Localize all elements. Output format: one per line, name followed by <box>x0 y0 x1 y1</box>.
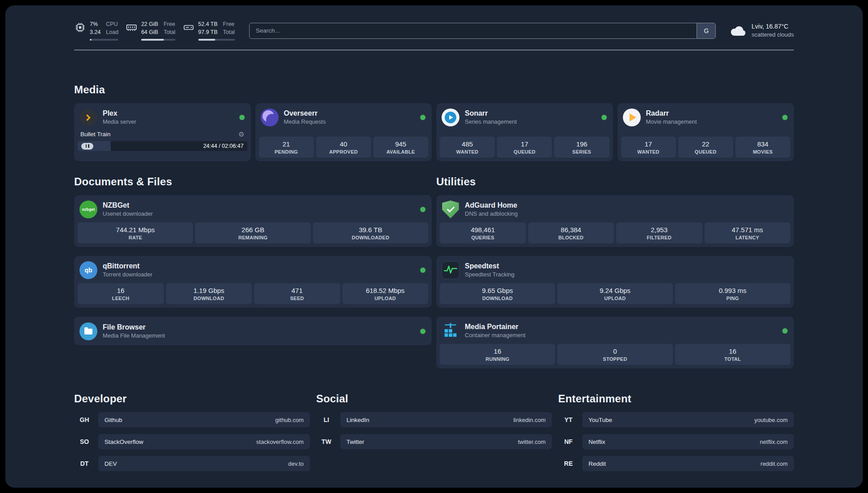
stat-wanted: 17 WANTED <box>621 137 676 158</box>
ram-total-label: Total <box>163 29 175 37</box>
service-name: NZBGet <box>103 201 153 210</box>
bookmark-reddit[interactable]: Reddit reddit.com <box>582 456 794 471</box>
stat-approved: 40 APPROVED <box>316 137 371 158</box>
service-subtitle: Speedtest Tracking <box>465 271 514 279</box>
service-subtitle: DNS and adblocking <box>465 210 518 218</box>
card-nzbget[interactable]: nzbget NZBGet Usenet downloader 744.21 M… <box>74 195 432 247</box>
playback-time: 24:44 / 02:06:47 <box>203 143 243 149</box>
card-overseerr[interactable]: Overseerr Media Requests 21 PENDING 40 A… <box>255 103 432 161</box>
speedtest-icon <box>442 261 459 279</box>
bookmark-abbr: YT <box>558 416 579 423</box>
bookmark-github[interactable]: Github github.com <box>98 412 310 427</box>
bookmark-abbr: RE <box>558 460 579 467</box>
stat-download: 9.65 Gbps DOWNLOAD <box>440 283 555 304</box>
service-subtitle: Movie management <box>646 118 697 126</box>
bookmarks-developer: Developer GH Github github.com SO StackO… <box>74 393 310 478</box>
cpu-load-value: 3.24 <box>90 29 100 37</box>
weather-condition: scattered clouds <box>751 31 794 39</box>
section-title-utilities: Utilities <box>436 175 794 188</box>
stat-downloaded: 39.6 TB DOWNLOADED <box>313 222 428 243</box>
status-indicator <box>239 115 245 120</box>
plex-icon <box>79 109 97 126</box>
section-title-developer: Developer <box>74 393 310 405</box>
documents-column: Documents & Files nzbget NZBGet Usenet d… <box>74 175 432 368</box>
cpu-load-label: Load <box>106 29 118 37</box>
stat-download: 1.19 Gbps DOWNLOAD <box>166 283 252 304</box>
bookmark-row: LI LinkedIn linkedin.com <box>316 412 552 427</box>
bookmark-linkedin[interactable]: LinkedIn linkedin.com <box>340 412 552 427</box>
weather-widget[interactable]: Lviv, 16.87°C scattered clouds <box>728 22 794 38</box>
card-portainer[interactable]: Media Portainer Container management 16 … <box>436 317 794 368</box>
status-indicator <box>601 115 607 120</box>
bookmark-stackoverflow[interactable]: StackOverflow stackoverflow.com <box>98 434 310 449</box>
bookmark-youtube[interactable]: YouTube youtube.com <box>582 412 794 427</box>
card-sonarr[interactable]: Sonarr Series management 485 WANTED 17 Q… <box>436 103 613 161</box>
bookmark-abbr: DT <box>74 460 95 467</box>
card-plex[interactable]: Plex Media server Bullet Train ⚙ 24:44 /… <box>74 103 251 161</box>
app-frame: 7% 3.24 CPU Load 22 GiB <box>0 0 868 493</box>
stat-queued: 17 QUEUED <box>497 137 552 158</box>
sonarr-icon <box>442 109 459 126</box>
filebrowser-icon <box>79 322 97 340</box>
cloud-icon <box>728 24 747 37</box>
status-indicator <box>420 207 426 212</box>
card-speedtest[interactable]: Speedtest Speedtest Tracking 9.65 Gbps D… <box>436 256 794 308</box>
stat-seed: 471 SEED <box>254 283 340 304</box>
status-indicator <box>782 328 788 334</box>
service-name: qBittorrent <box>103 262 152 271</box>
bookmark-row: TW Twitter twitter.com <box>316 434 552 449</box>
disk-icon <box>183 21 195 33</box>
stat-total: 16 TOTAL <box>675 344 790 365</box>
service-name: Overseerr <box>284 109 326 118</box>
disk-total-label: Total <box>223 29 234 37</box>
media-grid: Plex Media server Bullet Train ⚙ 24:44 /… <box>74 103 794 161</box>
stat-ping: 0.993 ms PING <box>675 283 790 304</box>
bookmark-netflix[interactable]: Netflix netflix.com <box>582 434 794 449</box>
bookmark-abbr: TW <box>316 438 337 445</box>
cpu-usage-bar <box>90 39 118 41</box>
card-filebrowser[interactable]: File Browser Media File Management <box>74 317 432 345</box>
card-radarr[interactable]: Radarr Movie management 17 WANTED 22 QUE… <box>618 103 794 161</box>
stat-available: 945 AVAILABLE <box>373 137 428 158</box>
portainer-icon <box>442 322 459 340</box>
cpu-label: CPU <box>106 21 118 29</box>
service-name: Radarr <box>646 109 697 118</box>
stat-blocked: 86,384 BLOCKED <box>528 222 614 243</box>
playback-progress-bar: 24:44 / 02:06:47 <box>78 141 247 151</box>
section-title-media: Media <box>74 84 794 96</box>
cpu-widget: 7% 3.24 CPU Load <box>74 21 118 41</box>
service-name: Sonarr <box>465 109 517 118</box>
card-adguard[interactable]: AdGuard Home DNS and adblocking 498,461 … <box>436 195 794 247</box>
service-name: Plex <box>103 109 136 118</box>
bookmark-abbr: NF <box>558 438 579 445</box>
ram-usage-bar <box>141 39 175 41</box>
service-subtitle: Media File Management <box>103 332 165 340</box>
bookmark-dev[interactable]: DEV dev.to <box>98 456 310 471</box>
pause-button[interactable] <box>81 143 93 150</box>
bookmark-row: DT DEV dev.to <box>74 456 310 471</box>
stat-series: 196 SERIES <box>554 137 609 158</box>
topbar-divider <box>74 50 794 50</box>
disk-widget: 52.4 TB 97.9 TB Free Total <box>183 21 235 41</box>
bookmark-twitter[interactable]: Twitter twitter.com <box>340 434 552 449</box>
bookmark-row: NF Netflix netflix.com <box>558 434 794 449</box>
gear-icon[interactable]: ⚙ <box>238 131 244 138</box>
stat-latency: 47.571 ms LATENCY <box>705 222 791 243</box>
section-title-documents: Documents & Files <box>74 175 432 188</box>
now-playing-title: Bullet Train <box>80 131 111 138</box>
ram-free-label: Free <box>163 21 175 29</box>
stat-movies: 834 MOVIES <box>735 137 790 158</box>
bookmark-row: YT YouTube youtube.com <box>558 412 794 427</box>
status-indicator <box>420 329 426 334</box>
service-subtitle: Series management <box>465 118 517 126</box>
bookmark-row: RE Reddit reddit.com <box>558 456 794 471</box>
ram-total-value: 64 GiB <box>141 29 158 37</box>
status-indicator <box>782 115 788 120</box>
stat-rate: 744.21 Mbps RATE <box>78 222 193 243</box>
service-subtitle: Container management <box>465 332 526 339</box>
bookmark-row: GH Github github.com <box>74 412 310 427</box>
status-indicator <box>420 115 426 120</box>
search-input[interactable] <box>250 23 697 38</box>
search-provider-button[interactable]: G <box>697 23 715 38</box>
card-qbittorrent[interactable]: qb qBittorrent Torrent downloader 16 LEE… <box>74 256 432 308</box>
